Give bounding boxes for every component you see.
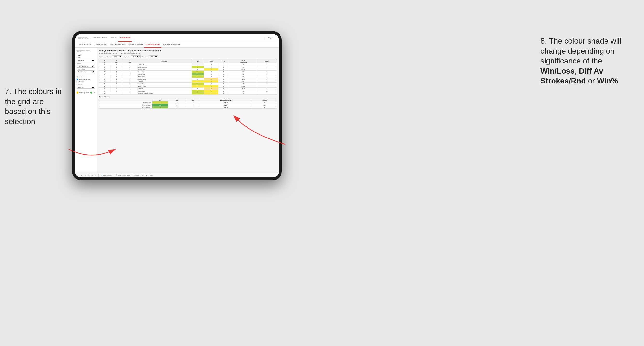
back-btn[interactable]: ↩ (84, 174, 86, 176)
filter-group-opponent: Opponent (All) (142, 55, 158, 58)
cell-opponent: Andrea York (137, 73, 192, 75)
undo-btn[interactable]: ↩ (77, 174, 79, 176)
tab-team-h2h-heatmap[interactable]: TEAM H2H HEATMAP (108, 42, 127, 48)
ood-row: Foreign Team1004.5002 (99, 101, 277, 104)
cell-tie: 0 (218, 92, 229, 95)
cell-conf: 2 (123, 88, 137, 90)
cell-diff: -1.00 (229, 68, 257, 71)
nav-items: TOURNAMENTS TEAMS COMMITTEE (92, 34, 132, 42)
cell-reg: 7 (110, 80, 123, 83)
redo-btn[interactable]: ↩ (81, 174, 83, 176)
paste-btn[interactable]: ⧉ (91, 174, 93, 176)
cell-win: 2 (192, 92, 204, 95)
cell-div: 18 (99, 88, 110, 90)
cell-win: 1 (192, 85, 204, 88)
view-original-btn[interactable]: 📊 View: Original (100, 174, 112, 176)
ood-row: NAIA Division 115009.26730 (99, 104, 277, 106)
ood-tie: 0 (186, 104, 200, 106)
tab-player-h2h-grid[interactable]: PLAYER H2H GRID (144, 42, 162, 48)
share-btn[interactable]: Share (149, 174, 154, 176)
cell-reg: 5 (110, 75, 123, 78)
table-row: 522Alexis Sudjianto1004.003 (99, 66, 277, 68)
copy-btn[interactable]: ⧉ (88, 174, 90, 176)
legend-down-dot (76, 92, 78, 94)
cell-rounds: 4 (257, 83, 277, 85)
player-rank-select[interactable]: 8. Katelyn Vo (76, 70, 95, 73)
filter-region-select[interactable]: ( All) (112, 55, 122, 58)
cell-opponent: Euna Lee (137, 88, 192, 90)
table-row: 311Esther Lee011.504 (99, 63, 277, 66)
sidebar-player-section: Player (76, 54, 95, 56)
radio-opponents-played[interactable]: Opponents Played (76, 79, 95, 80)
table-row: 633Sydney Kuo010-1.00 (99, 68, 277, 71)
watch-btn[interactable]: 👁 Watch (134, 174, 140, 176)
cell-tie: 0 (218, 78, 229, 80)
gender-select[interactable]: Women's (76, 59, 95, 62)
col-conf: #Conf (123, 59, 137, 63)
ood-name: Foreign Team (99, 101, 152, 104)
save-custom-btn[interactable]: 💾 Save Custom View (115, 174, 130, 176)
cell-reg: 2 (110, 66, 123, 68)
ood-diff: 9.267 (200, 104, 252, 106)
separator1 (98, 174, 99, 177)
nav-teams[interactable]: TEAMS (108, 34, 118, 42)
cell-rounds (257, 68, 277, 71)
layout-btn[interactable]: ⊞ (142, 174, 144, 176)
cell-loss: 1 (204, 78, 218, 80)
tab-player-h2h-heatmap[interactable]: PLAYER H2H HEATMAP (161, 42, 182, 48)
radio-top100[interactable]: Top 100 (76, 81, 95, 82)
col-tie: Tie (218, 59, 229, 63)
ood-tie: 0 (186, 106, 200, 109)
colour-by-select[interactable]: Win/loss (76, 86, 95, 89)
col-diff: Diff AvStrokes/Rnd (229, 59, 257, 63)
cell-conf: 6 (123, 90, 137, 92)
ood-rounds: 30 (252, 104, 276, 106)
cell-diff: -3.00 (229, 78, 257, 80)
cell-opponent: Stella Cheng (137, 83, 192, 85)
table-row: 20117Federica Domecq Lacroze2101.336 (99, 92, 277, 95)
cell-win: 0 (192, 68, 204, 71)
cell-div: 3 (99, 63, 110, 66)
clock-btn[interactable]: ⏱ (94, 174, 97, 176)
cell-reg: 1 (110, 63, 123, 66)
legend-level-label: Level (86, 92, 89, 93)
cell-win: 2 (192, 80, 204, 83)
col-opponent: Opponent (137, 59, 192, 63)
division-select[interactable]: NCAA Division III (76, 65, 95, 68)
tab-player-summary[interactable]: PLAYER SUMMARY (127, 42, 144, 48)
cell-opponent: Esther Lee (137, 63, 192, 66)
sidebar: Last Updated: 27/03/2024 16:55:38 Player… (75, 48, 97, 173)
nav-tournaments[interactable]: TOURNAMENTS (92, 34, 108, 42)
cell-reg: 2 (110, 88, 123, 90)
sign-out-link[interactable]: Sign out (266, 34, 276, 42)
cell-reg: 1 (110, 78, 123, 80)
col-rounds: Rounds (257, 59, 277, 63)
cell-win: 4 (192, 90, 204, 92)
filter-conference-select[interactable]: (All) (131, 55, 140, 58)
tab-team-h2h-grid[interactable]: TEAM H2H GRID (93, 42, 108, 48)
cell-tie: 0 (218, 75, 229, 78)
cell-tie: 0 (218, 71, 229, 73)
bottom-toolbar: ↩ ↩ ↩ ⧉ ⧉ ⏱ 📊 View: Original 💾 Save Cust… (75, 173, 279, 177)
filter-opponent-select[interactable]: (All) (148, 55, 158, 58)
h2h-table: #Div #Reg #Conf Opponent Win Loss Tie Di… (99, 59, 277, 95)
ood-win: 5 (152, 106, 168, 109)
cell-opponent: Sydney Kuo (137, 68, 192, 71)
cell-conf: 1 (123, 63, 137, 66)
nav-committee[interactable]: COMMITTEE (118, 34, 132, 42)
cell-tie: 0 (218, 68, 229, 71)
cell-conf: 4 (123, 80, 137, 83)
cell-opponent: Eunice Yi (137, 80, 192, 83)
cell-diff: 1.33 (229, 92, 257, 95)
cell-tie: 0 (218, 66, 229, 68)
division-label: Division (76, 63, 95, 64)
ood-win: 1 (152, 101, 168, 104)
col-reg: #Reg (110, 59, 123, 63)
cell-div: 11 (99, 75, 110, 78)
tab-team-summary[interactable]: TEAM SUMMARY (78, 42, 93, 48)
grid-btn[interactable]: ⊞ (146, 174, 148, 176)
cell-conf: 2 (123, 66, 137, 68)
cell-loss: 0 (204, 83, 218, 85)
cell-div: 13 (99, 78, 110, 80)
cell-diff: 4.00 (229, 73, 257, 75)
